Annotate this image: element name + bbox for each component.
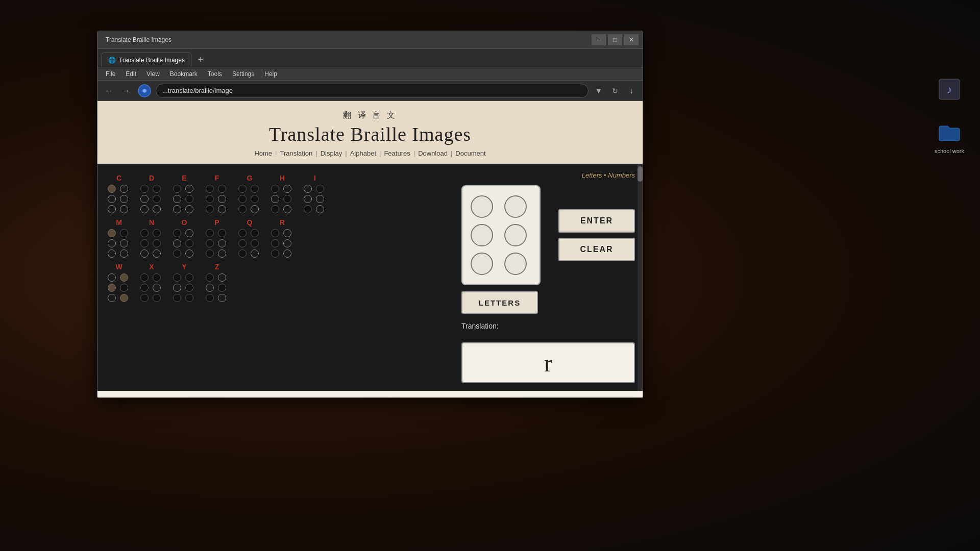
dot[interactable]: [238, 249, 247, 258]
dot[interactable]: [251, 239, 259, 247]
dot[interactable]: [120, 273, 128, 282]
scrollbar[interactable]: [638, 164, 643, 391]
dot[interactable]: [218, 273, 226, 282]
dot[interactable]: [206, 239, 214, 247]
dot[interactable]: [120, 185, 128, 193]
dot[interactable]: [218, 294, 226, 302]
nav-home[interactable]: Home: [254, 149, 272, 157]
dot[interactable]: [185, 239, 193, 247]
dot[interactable]: [316, 205, 324, 213]
dot[interactable]: [316, 195, 324, 203]
dot[interactable]: [283, 185, 291, 193]
dot[interactable]: [251, 205, 259, 213]
dot[interactable]: [271, 249, 279, 258]
dot[interactable]: [218, 249, 226, 258]
menu-bookmark[interactable]: Bookmark: [166, 69, 202, 79]
dot[interactable]: [140, 185, 149, 193]
dot[interactable]: [218, 205, 226, 213]
dot[interactable]: [185, 205, 193, 213]
dot[interactable]: [185, 294, 193, 302]
input-dot-4[interactable]: [504, 224, 527, 246]
refresh-button[interactable]: ↻: [608, 84, 622, 98]
dot[interactable]: [238, 229, 247, 237]
forward-button[interactable]: →: [119, 84, 133, 98]
nav-translation[interactable]: Translation: [280, 149, 312, 157]
menu-view[interactable]: View: [142, 69, 164, 79]
dot[interactable]: [173, 249, 181, 258]
dot[interactable]: [108, 284, 116, 292]
bookmark-toggle-button[interactable]: ▼: [592, 84, 606, 98]
dot[interactable]: [206, 294, 214, 302]
dot[interactable]: [206, 284, 214, 292]
minimize-button[interactable]: –: [592, 34, 606, 45]
menu-tools[interactable]: Tools: [204, 69, 226, 79]
dot[interactable]: [218, 284, 226, 292]
scrollbar-thumb[interactable]: [638, 166, 643, 182]
dot[interactable]: [251, 185, 259, 193]
dot[interactable]: [283, 195, 291, 203]
dot[interactable]: [120, 284, 128, 292]
input-dot-6[interactable]: [504, 253, 527, 275]
dot[interactable]: [108, 273, 116, 282]
dot[interactable]: [206, 185, 214, 193]
dot[interactable]: [283, 249, 291, 258]
dot[interactable]: [218, 185, 226, 193]
nav-features[interactable]: Features: [384, 149, 410, 157]
dot[interactable]: [153, 195, 161, 203]
dot[interactable]: [153, 185, 161, 193]
dot[interactable]: [108, 229, 116, 237]
dot[interactable]: [271, 239, 279, 247]
input-dot-3[interactable]: [471, 224, 493, 246]
dot[interactable]: [153, 294, 161, 302]
dot[interactable]: [120, 249, 128, 258]
dot[interactable]: [173, 185, 181, 193]
dot[interactable]: [108, 249, 116, 258]
active-tab[interactable]: 🌐 Translate Braille Images: [102, 53, 191, 67]
maximize-button[interactable]: □: [608, 34, 622, 45]
dot[interactable]: [173, 284, 181, 292]
address-input[interactable]: [156, 84, 589, 98]
dot[interactable]: [238, 195, 247, 203]
dot[interactable]: [283, 239, 291, 247]
dot[interactable]: [185, 185, 193, 193]
dot[interactable]: [271, 185, 279, 193]
dot[interactable]: [251, 195, 259, 203]
dot[interactable]: [108, 185, 116, 193]
dot[interactable]: [251, 229, 259, 237]
dot[interactable]: [251, 249, 259, 258]
dot[interactable]: [283, 205, 291, 213]
dot[interactable]: [185, 249, 193, 258]
dot[interactable]: [316, 185, 324, 193]
dot[interactable]: [153, 284, 161, 292]
dot[interactable]: [108, 239, 116, 247]
dot[interactable]: [218, 195, 226, 203]
dot[interactable]: [120, 229, 128, 237]
dot[interactable]: [173, 229, 181, 237]
menu-edit[interactable]: Edit: [121, 69, 140, 79]
dot[interactable]: [120, 294, 128, 302]
dot[interactable]: [304, 205, 312, 213]
dot[interactable]: [206, 273, 214, 282]
dot[interactable]: [153, 205, 161, 213]
dot[interactable]: [185, 229, 193, 237]
nav-alphabet[interactable]: Alphabet: [350, 149, 376, 157]
dot[interactable]: [271, 195, 279, 203]
dot[interactable]: [140, 195, 149, 203]
dot[interactable]: [140, 284, 149, 292]
enter-button[interactable]: ENTER: [558, 209, 635, 233]
dot[interactable]: [140, 239, 149, 247]
input-dot-2[interactable]: [504, 195, 527, 218]
dot[interactable]: [108, 294, 116, 302]
clear-button[interactable]: CLEAR: [558, 238, 635, 261]
dot[interactable]: [140, 273, 149, 282]
dot[interactable]: [153, 229, 161, 237]
dot[interactable]: [173, 294, 181, 302]
dot[interactable]: [304, 185, 312, 193]
dot[interactable]: [173, 195, 181, 203]
dot[interactable]: [206, 195, 214, 203]
dot[interactable]: [218, 229, 226, 237]
dot[interactable]: [185, 273, 193, 282]
dot[interactable]: [120, 239, 128, 247]
dot[interactable]: [218, 239, 226, 247]
dot[interactable]: [271, 229, 279, 237]
